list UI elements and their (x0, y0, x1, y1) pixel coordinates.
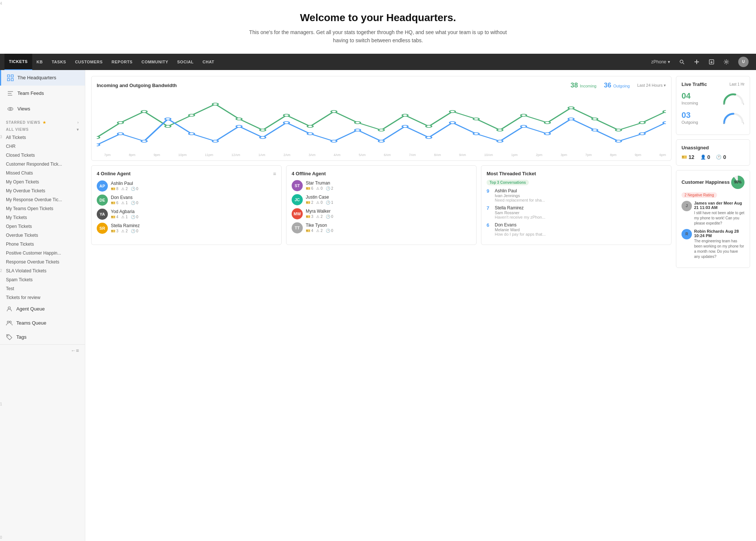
agent-info: Stella Ramirez 🎫 3 ⚠ 2 🕐 0 (111, 223, 276, 233)
svg-point-59 (497, 140, 503, 142)
offline-agents-header: 4 Offline Agent (292, 171, 471, 176)
sidebar-link-my-response-overdue[interactable]: My Response Overdue Tic... (0, 195, 85, 204)
agent-stats: 🎫 4 ⚠ 1 🕐 0 (111, 215, 276, 219)
sidebar-item-agent-queue[interactable]: Agent Queue (0, 302, 85, 316)
all-views-row[interactable]: ALL VIEWS ▾ (0, 126, 85, 133)
sidebar-link-my-tickets[interactable]: My Tickets (0, 213, 85, 222)
sidebar-link-positive-happiness[interactable]: Positive Customer Happin... (0, 249, 85, 258)
add-button[interactable] (691, 57, 703, 66)
sidebar-link-open[interactable]: Open Tickets (0, 222, 85, 231)
online-agents-menu-icon[interactable]: ≡ (273, 171, 276, 177)
svg-point-30 (402, 114, 408, 116)
sidebar-link-test[interactable]: Test (0, 284, 85, 293)
sidebar-link-my-open[interactable]: My Open Tickets (0, 177, 85, 186)
agent-name: Stella Ramirez (111, 223, 276, 228)
teamfeeds-label: Team Feeds (17, 90, 44, 96)
svg-point-55 (402, 125, 408, 127)
nav-social[interactable]: SOCIAL (173, 54, 198, 70)
svg-point-49 (260, 136, 265, 139)
sidebar-link-sla[interactable]: SLA Violated Tickets (0, 266, 85, 275)
incoming-stat: 38 Incoming (570, 82, 596, 89)
ticket-count: 🎫 8 (111, 187, 118, 191)
chart-period[interactable]: Last 24 Hours ▾ (637, 83, 666, 88)
svg-point-24 (260, 129, 265, 131)
list-item: J James van der Meer Aug 21 11:03 AM I s… (682, 201, 745, 226)
sidebar-link-missed-chats[interactable]: Missed Chats (0, 169, 85, 177)
sidebar-link-customer-responded[interactable]: Customer Responded Tick... (0, 160, 85, 169)
sidebar-link-phone[interactable]: Phone Tickets (0, 240, 85, 249)
sidebar-link-my-overdue[interactable]: My Overdue Tickets (0, 186, 85, 195)
outgoing-gauge-label: 03 Outgoing (682, 110, 698, 125)
svg-point-0 (680, 60, 683, 63)
nav-community[interactable]: COMMUNITY (137, 54, 173, 70)
nav-chat[interactable]: CHAT (198, 54, 219, 70)
sidebar-link-spam[interactable]: Spam Tickets (0, 275, 85, 284)
chart-svg-container: 7pm8pm9pm10pm11pm12Am1Am2Am3Am4Am5Am6Am7… (97, 93, 666, 157)
teams-queue-icon (6, 320, 13, 326)
online-agents-header: 4 Online Agent ≡ (97, 171, 276, 177)
sidebar-link-all-tickets[interactable]: All Tickets (0, 133, 85, 142)
app-name-button[interactable]: zPhone ▾ (648, 58, 673, 66)
starred-views-label: STARRED VIEWS (6, 120, 40, 125)
svg-point-48 (236, 125, 242, 127)
overdue-count: ⚠ 2 (121, 187, 127, 191)
sidebar-item-teams-queue[interactable]: Teams Queue (0, 316, 85, 330)
settings-button[interactable] (720, 57, 732, 66)
nav-reports[interactable]: REPORTS (107, 54, 137, 70)
search-button[interactable] (676, 57, 688, 66)
happiness-header: Customer Happiness 90% (682, 176, 745, 189)
agents-icon: 👤 (700, 155, 706, 160)
svg-point-38 (592, 118, 597, 120)
nav-tasks[interactable]: TASKS (47, 54, 70, 70)
outgoing-gauge-svg: 10 0 (722, 110, 745, 125)
offline-agents-list: ST Star Truman 🎫 6 ⚠ 0 🕐 2 (292, 180, 471, 233)
time-icon: 🕐 (716, 155, 722, 160)
svg-point-60 (521, 125, 526, 127)
sidebar-link-tickets-review[interactable]: Tickets for review (0, 293, 85, 302)
svg-point-52 (331, 140, 336, 142)
content-right: Live Traffic Last 1 Hr 04 Incoming 10 0 (676, 76, 750, 541)
sidebar-item-teamfeeds[interactable]: Team Feeds (0, 86, 85, 101)
svg-point-22 (212, 103, 218, 105)
export-button[interactable] (706, 57, 717, 66)
sidebar-item-headquarters[interactable]: The Headquarters (0, 70, 85, 86)
svg-point-17 (97, 136, 100, 139)
user-avatar-button[interactable]: U (735, 55, 752, 69)
top3-badge: Top 3 Conversations (487, 179, 666, 188)
svg-point-46 (189, 133, 194, 135)
table-row: MW Myra Walker 🎫 3 ⚠ 2 🕐 0 (292, 208, 471, 219)
nav-customers[interactable]: CUSTOMERS (70, 54, 107, 70)
sidebar-link-my-teams-open[interactable]: My Teams Open Tickets (0, 204, 85, 213)
sidebar-item-views[interactable]: Views (0, 101, 85, 117)
svg-point-11 (8, 107, 13, 110)
sidebar-item-tags[interactable]: Tags (0, 330, 85, 344)
nav-kb[interactable]: KB (32, 54, 47, 70)
starred-arrow[interactable]: › (77, 120, 79, 125)
table-row: AP Ashlin Paul 🎫 8 ⚠ 2 🕐 0 (97, 180, 276, 192)
sidebar-collapse-button[interactable]: ←≡ (0, 344, 85, 356)
agent-name: Don Evans (111, 195, 276, 200)
svg-point-47 (212, 140, 218, 142)
sidebar-link-closed[interactable]: Closed Tickets (0, 151, 85, 160)
svg-point-64 (616, 140, 621, 142)
svg-point-57 (450, 122, 455, 124)
sidebar-link-overdue[interactable]: Overdue Tickets (0, 231, 85, 240)
sidebar-link-response-overdue[interactable]: Response Overdue Tickets (0, 258, 85, 266)
chart-stats: 38 Incoming 36 Outgoing (570, 82, 630, 89)
customer-happiness-card: Customer Happiness 90% 2 Negative Rating… (676, 170, 750, 268)
missed-count: 🕐 0 (131, 187, 138, 191)
feed-icon (7, 90, 14, 97)
sidebar-link-chr[interactable]: CHR (0, 142, 85, 151)
avatar: AP (97, 180, 108, 192)
svg-point-25 (284, 114, 289, 116)
nav-tickets[interactable]: TICKETS (4, 54, 32, 70)
live-traffic-title: Live Traffic (682, 82, 707, 87)
incoming-gauge-label: 04 Incoming (682, 91, 698, 105)
avatar: JC (292, 194, 303, 205)
svg-point-26 (307, 125, 313, 127)
svg-rect-9 (7, 79, 10, 81)
offline-agents-title: 4 Offline Agent (292, 171, 326, 176)
table-row: YA Yod Agbaria 🎫 4 ⚠ 1 🕐 0 (97, 209, 276, 220)
negative-badge: 2 Negative Rating (682, 192, 745, 201)
agent-name: Ashlin Paul (111, 181, 276, 186)
